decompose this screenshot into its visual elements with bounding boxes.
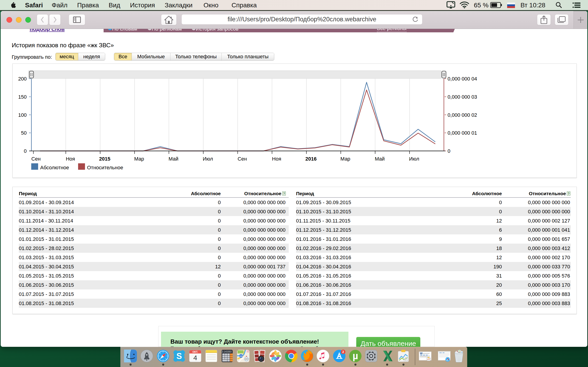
svg-text:0,000 000 03: 0,000 000 03: [448, 94, 477, 100]
svg-text:2016: 2016: [305, 156, 317, 162]
svg-text:S: S: [176, 351, 182, 361]
svg-text:50: 50: [21, 130, 27, 136]
svg-text:3D: 3D: [245, 358, 248, 360]
svg-text:Сен: Сен: [238, 156, 247, 162]
svg-text:150: 150: [18, 94, 27, 100]
svg-text:280: 280: [239, 355, 242, 357]
svg-text:Ноя: Ноя: [272, 156, 281, 162]
svg-text:2015: 2015: [99, 156, 111, 162]
svg-text:0: 0: [448, 148, 450, 154]
svg-text:ОКТ.: ОКТ.: [192, 350, 198, 353]
svg-text:0: 0: [24, 148, 27, 154]
svg-text:Мар: Мар: [134, 156, 144, 162]
svg-text:0,000 000 01: 0,000 000 01: [448, 130, 477, 136]
svg-text:Относительное: Относительное: [87, 165, 123, 170]
svg-text:Мар: Мар: [340, 156, 350, 162]
svg-text:4: 4: [193, 354, 197, 361]
svg-text:Июл: Июл: [203, 156, 213, 162]
svg-text:0,000 000 04: 0,000 000 04: [448, 76, 477, 82]
svg-text:Июл: Июл: [409, 156, 419, 162]
svg-text:!: !: [405, 358, 406, 361]
svg-text:µ: µ: [353, 350, 358, 361]
svg-text:Ноя: Ноя: [66, 156, 75, 162]
svg-text:Май: Май: [169, 156, 179, 162]
svg-text:3.141593: 3.141593: [222, 350, 232, 353]
svg-text:200: 200: [18, 76, 27, 82]
svg-text:100: 100: [18, 112, 27, 118]
svg-text:0,000 000 02: 0,000 000 02: [448, 112, 477, 118]
svg-text:W: W: [420, 352, 423, 355]
svg-text:2: 2: [342, 350, 344, 354]
svg-text:Сен: Сен: [32, 156, 41, 162]
svg-text:Май: Май: [375, 156, 385, 162]
svg-text:Абсолютное: Абсолютное: [40, 165, 69, 170]
